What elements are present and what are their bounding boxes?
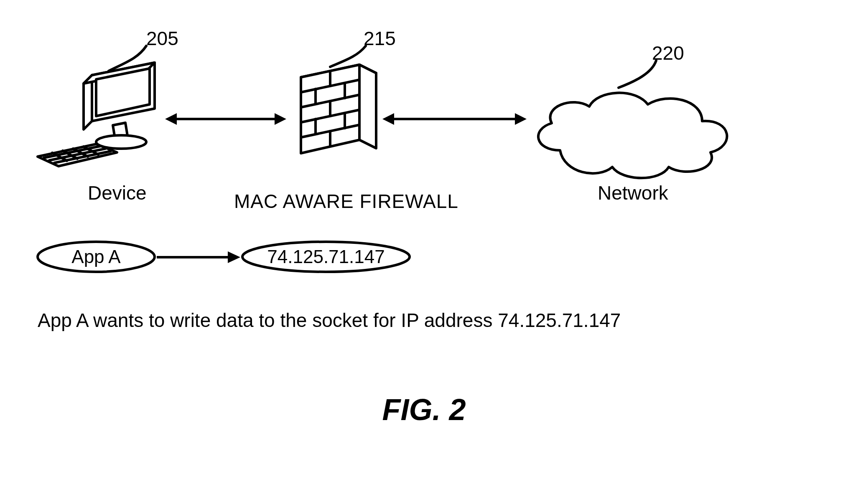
node-ip-label: 74.125.71.147 (267, 246, 385, 267)
svg-marker-35 (228, 251, 240, 263)
ref-label-device: 205 (146, 27, 178, 50)
svg-marker-31 (382, 113, 394, 125)
double-arrow-icon (165, 111, 286, 129)
ref-label-firewall: 215 (364, 27, 396, 50)
svg-marker-17 (359, 65, 376, 148)
node-app: App A (36, 240, 157, 274)
device-label: Device (88, 182, 147, 204)
caption-text: App A wants to write data to the socket … (38, 309, 621, 332)
figure-canvas: 205 215 220 (0, 0, 848, 504)
cloud-icon (522, 84, 740, 185)
figure-title: FIG. 2 (0, 393, 848, 427)
network-label: Network (598, 182, 668, 204)
svg-marker-14 (165, 113, 177, 125)
firewall-icon (284, 65, 380, 173)
node-ip: 74.125.71.147 (240, 240, 412, 274)
device-icon (38, 58, 167, 184)
double-arrow-icon (382, 111, 527, 129)
node-app-label: App A (71, 246, 120, 267)
right-arrow-icon (157, 250, 240, 266)
firewall-label: MAC AWARE FIREWALL (234, 190, 458, 213)
